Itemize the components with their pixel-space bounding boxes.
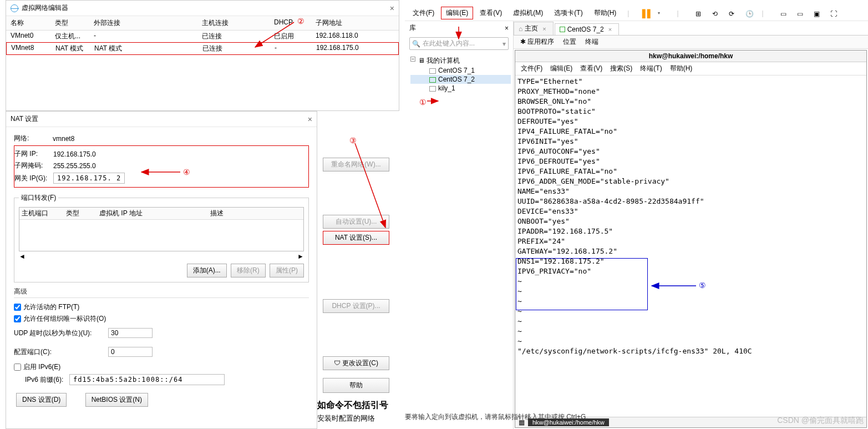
annotation-box-5 [516, 258, 648, 310]
vne-title: 虚拟网络编辑器 [22, 3, 68, 13]
remove-button[interactable]: 移除(R) [231, 264, 266, 277]
auto-settings-button[interactable]: 自动设置(U)... [323, 215, 389, 229]
menu-help[interactable]: 帮助(H) [590, 7, 621, 19]
revert-icon[interactable]: ⟲ [708, 9, 717, 17]
menu-view[interactable]: 查看(V) [475, 7, 506, 19]
virtual-network-editor-window: 虚拟网络编辑器 × 名称 类型 外部连接 主机连接 DHCP 子网地址 VMne… [6, 0, 399, 111]
terminal-content[interactable]: TYPE="Ethernet" PROXY_METHOD="none" BROW… [515, 75, 866, 417]
nat-settings-window: NAT 设置 × 网络:vmnet8 子网 IP:192.168.175.0 子… [6, 111, 317, 429]
tree-centos72[interactable]: CentOS 7_2 [410, 75, 511, 84]
vne-row-vmnet8[interactable]: VMnet8 NAT 模式 NAT 模式 已连接 - 192.168.175.0 [6, 42, 399, 55]
org-checkbox[interactable] [14, 315, 21, 322]
close-icon[interactable]: × [608, 26, 612, 33]
tab-home[interactable]: ⌂主页× [514, 22, 554, 35]
tree-root[interactable]: −🖥 我的计算机 [410, 55, 511, 66]
nat-title: NAT 设置 [11, 114, 38, 124]
library-label: 库 [409, 23, 416, 33]
fullscreen-icon[interactable]: ⛶ [826, 9, 835, 17]
ipv6-prefix-input[interactable] [69, 374, 225, 385]
globe-icon [11, 4, 18, 12]
ipv6-checkbox[interactable] [14, 364, 21, 371]
vne-side-buttons: 重命名网络(W)... 自动设置(U)... NAT 设置(S)... DHCP… [323, 155, 395, 395]
view1-icon[interactable]: ▭ [776, 9, 785, 17]
vne-titlebar[interactable]: 虚拟网络编辑器 × [6, 1, 399, 16]
vm-icon [560, 27, 565, 32]
watermark: CSDN @偷完面具就嘻跑 [777, 416, 864, 426]
hint-bottom: 要将输入定向到该虚拟机，请将鼠标指针移入其中或按 Ctrl+G。 [405, 412, 592, 422]
guest-topbar: ✱ 应用程序 位置 终端 [514, 36, 868, 49]
port-forward-table[interactable]: 主机端口 类型 虚拟机 IP 地址 描述 [19, 207, 304, 251]
annotation-1: ① [419, 98, 427, 107]
menu-tabs[interactable]: 选项卡(T) [550, 7, 587, 19]
hint-install: 安装时配置的网络 [317, 413, 375, 423]
menu-file[interactable]: 文件(F) [408, 7, 439, 19]
vmware-menubar: 文件(F) 编辑(E) 查看(V) 虚拟机(M) 选项卡(T) 帮助(H) | … [405, 6, 868, 21]
search-icon: 🔍 [412, 40, 420, 48]
snapshot-icon[interactable]: ⊞ [691, 9, 700, 17]
annotation-3: ③ [349, 136, 357, 145]
terminal-title: hkw@hukaiwei:/home/hkw [515, 51, 866, 62]
tab-centos72[interactable]: CentOS 7_2× [555, 23, 619, 35]
view3-icon[interactable]: ▣ [809, 9, 818, 17]
close-icon[interactable]: × [505, 24, 509, 32]
vmware-window: 文件(F) 编辑(E) 查看(V) 虚拟机(M) 选项卡(T) 帮助(H) | … [405, 6, 868, 429]
help-button[interactable]: 帮助 [323, 378, 389, 393]
netbios-settings-button[interactable]: NetBIOS 设置(N) [85, 393, 148, 407]
udp-timeout-input[interactable]: 30 [108, 328, 153, 338]
menu-vm[interactable]: 虚拟机(M) [509, 7, 547, 19]
close-icon[interactable]: × [308, 115, 312, 124]
clock-icon[interactable]: 🕒 [741, 9, 750, 17]
nat-titlebar[interactable]: NAT 设置 × [6, 112, 317, 127]
hint-big: 如命令不包括引号 [317, 400, 388, 411]
library-search[interactable]: 🔍在此处键入内容...▾ [409, 37, 509, 50]
ftp-checkbox[interactable] [14, 304, 21, 311]
vm-tree: −🖥 我的计算机 CentOS 7_1 CentOS 7_2 kily_1 [405, 52, 513, 429]
pause-icon[interactable]: ❚❚ [636, 7, 654, 19]
vne-header-row: 名称 类型 外部连接 主机连接 DHCP 子网地址 [6, 16, 399, 31]
annotation-2: ② [297, 17, 304, 26]
port-forward-group: 端口转发(F) 主机端口 类型 虚拟机 IP 地址 描述 ◄► 添加(A)...… [14, 193, 309, 282]
terminal-window: hkw@hukaiwei:/home/hkw 文件(F) 编辑(E) 查看(V)… [515, 50, 867, 428]
view2-icon[interactable]: ▭ [793, 9, 801, 17]
change-settings-button[interactable]: 🛡 更改设置(C) [323, 356, 389, 370]
library-panel: 库× 🔍在此处键入内容...▾ −🖥 我的计算机 CentOS 7_1 Cent… [405, 21, 514, 429]
nat-settings-button[interactable]: NAT 设置(S)... [323, 231, 389, 245]
config-port-input[interactable]: 0 [108, 347, 153, 357]
home-icon: ⌂ [519, 25, 522, 33]
tree-centos71[interactable]: CentOS 7_1 [410, 66, 511, 75]
properties-button[interactable]: 属性(P) [270, 264, 304, 277]
menu-edit[interactable]: 编辑(E) [441, 7, 473, 19]
annotation-4: ④ [183, 168, 190, 176]
rename-network-button[interactable]: 重命名网络(W)... [323, 158, 389, 171]
close-icon[interactable]: × [390, 4, 394, 13]
manage-icon[interactable]: ⟳ [724, 9, 733, 17]
gateway-ip-input[interactable]: 192.168.175. 2 [53, 173, 125, 184]
annotation-5: ⑤ [699, 281, 706, 290]
vm-main: ⌂主页× CentOS 7_2× ✱ 应用程序 位置 终端 hkw@hukaiw… [514, 21, 868, 429]
add-button[interactable]: 添加(A)... [187, 264, 227, 277]
dns-settings-button[interactable]: DNS 设置(D) [16, 393, 67, 407]
tab-strip: ⌂主页× CentOS 7_2× [514, 21, 868, 36]
vne-row-vmnet0[interactable]: VMnet0 仅主机... - 已连接 已启用 192.168.118.0 [6, 31, 399, 42]
dhcp-settings-button[interactable]: DHCP 设置(P)... [323, 299, 389, 313]
terminal-menubar: 文件(F) 编辑(E) 查看(V) 搜索(S) 终端(T) 帮助(H) [515, 62, 866, 75]
close-icon[interactable]: × [542, 26, 546, 32]
tree-kily1[interactable]: kily_1 [410, 84, 511, 93]
